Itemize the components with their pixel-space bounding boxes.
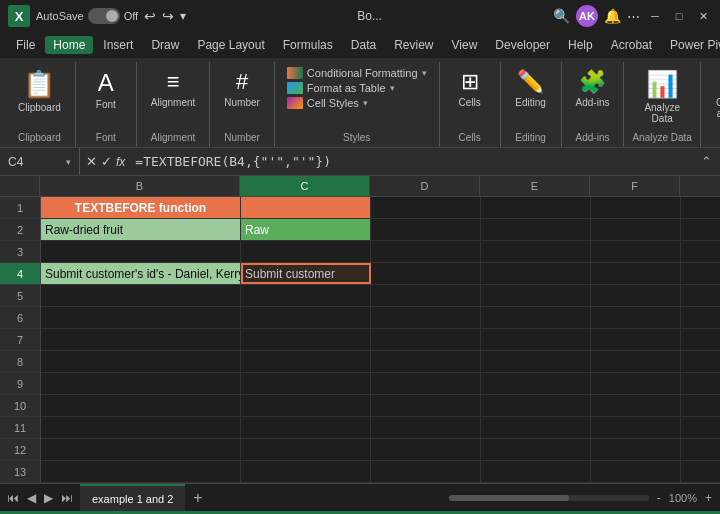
cell-b8[interactable]: [41, 351, 241, 372]
cell-b4[interactable]: Submit customer's id's - Daniel, Kerry: [41, 263, 241, 284]
row-header-1[interactable]: 1: [0, 197, 40, 219]
cell-f2[interactable]: [591, 219, 681, 240]
menu-file[interactable]: File: [8, 36, 43, 54]
cell-e4[interactable]: [481, 263, 591, 284]
menu-acrobat[interactable]: Acrobat: [603, 36, 660, 54]
menu-developer[interactable]: Developer: [487, 36, 558, 54]
zoom-out-icon[interactable]: -: [657, 491, 661, 505]
row-header-5[interactable]: 5: [0, 285, 40, 307]
cell-f5[interactable]: [591, 285, 681, 306]
row-header-12[interactable]: 12: [0, 439, 40, 461]
cell-c4[interactable]: Submit customer: [241, 263, 371, 284]
menu-insert[interactable]: Insert: [95, 36, 141, 54]
cell-c13[interactable]: [241, 461, 371, 482]
cell-c3[interactable]: [241, 241, 371, 262]
cell-d4[interactable]: [371, 263, 481, 284]
sheet-tab-example[interactable]: example 1 and 2: [80, 484, 185, 511]
cell-c9[interactable]: [241, 373, 371, 394]
cell-e2[interactable]: [481, 219, 591, 240]
cell-f7[interactable]: [591, 329, 681, 350]
font-button[interactable]: A Font: [84, 66, 128, 113]
menu-home[interactable]: Home: [45, 36, 93, 54]
cell-d6[interactable]: [371, 307, 481, 328]
menu-view[interactable]: View: [444, 36, 486, 54]
cell-f8[interactable]: [591, 351, 681, 372]
row-header-7[interactable]: 7: [0, 329, 40, 351]
cell-f12[interactable]: [591, 439, 681, 460]
zoom-in-icon[interactable]: +: [705, 491, 712, 505]
cell-b2[interactable]: Raw-dried fruit: [41, 219, 241, 240]
menu-data[interactable]: Data: [343, 36, 384, 54]
row-header-4[interactable]: 4: [0, 263, 40, 285]
cell-c2[interactable]: Raw: [241, 219, 371, 240]
search-icon[interactable]: 🔍: [553, 8, 570, 24]
cell-c7[interactable]: [241, 329, 371, 350]
more-options-icon[interactable]: ⋯: [627, 9, 640, 24]
menu-help[interactable]: Help: [560, 36, 601, 54]
cell-d5[interactable]: [371, 285, 481, 306]
cell-ref-dropdown[interactable]: ▾: [66, 157, 71, 167]
notification-icon[interactable]: 🔔: [604, 8, 621, 24]
cell-d10[interactable]: [371, 395, 481, 416]
cell-e12[interactable]: [481, 439, 591, 460]
sheet-nav-next[interactable]: ▶: [41, 491, 56, 505]
cell-styles-button[interactable]: Cell Styles ▾: [283, 96, 431, 110]
cell-d9[interactable]: [371, 373, 481, 394]
cell-f11[interactable]: [591, 417, 681, 438]
cell-e10[interactable]: [481, 395, 591, 416]
cell-e9[interactable]: [481, 373, 591, 394]
formula-confirm-icon[interactable]: ✓: [101, 154, 112, 169]
cell-e7[interactable]: [481, 329, 591, 350]
scrollbar-thumb[interactable]: [449, 495, 569, 501]
row-header-13[interactable]: 13: [0, 461, 40, 483]
menu-formulas[interactable]: Formulas: [275, 36, 341, 54]
cell-f6[interactable]: [591, 307, 681, 328]
cells-button[interactable]: ⊞ Cells: [448, 66, 492, 111]
menu-review[interactable]: Review: [386, 36, 441, 54]
addins-button[interactable]: 🧩 Add-ins: [570, 66, 616, 111]
cell-e13[interactable]: [481, 461, 591, 482]
col-header-e[interactable]: E: [480, 176, 590, 196]
menu-power-pivot[interactable]: Power Pivot: [662, 36, 720, 54]
alignment-button[interactable]: ≡ Alignment: [145, 66, 201, 111]
format-as-table-button[interactable]: Format as Table ▾: [283, 81, 431, 95]
cell-d3[interactable]: [371, 241, 481, 262]
cell-d11[interactable]: [371, 417, 481, 438]
create-pdf-button[interactable]: 📄 Createa PDF: [709, 66, 720, 122]
toolbar-more-icon[interactable]: ▾: [180, 9, 186, 23]
maximize-button[interactable]: □: [670, 7, 688, 25]
cell-b7[interactable]: [41, 329, 241, 350]
cell-c6[interactable]: [241, 307, 371, 328]
row-header-9[interactable]: 9: [0, 373, 40, 395]
cell-b9[interactable]: [41, 373, 241, 394]
cell-b13[interactable]: [41, 461, 241, 482]
col-header-f[interactable]: F: [590, 176, 680, 196]
minimize-button[interactable]: ─: [646, 7, 664, 25]
cell-d2[interactable]: [371, 219, 481, 240]
cell-b1[interactable]: TEXTBEFORE function: [41, 197, 241, 218]
cell-d12[interactable]: [371, 439, 481, 460]
cell-e11[interactable]: [481, 417, 591, 438]
horizontal-scrollbar[interactable]: [449, 495, 649, 501]
formula-cancel-icon[interactable]: ✕: [86, 154, 97, 169]
conditional-formatting-button[interactable]: Conditional Formatting ▾: [283, 66, 431, 80]
cell-b11[interactable]: [41, 417, 241, 438]
cell-d7[interactable]: [371, 329, 481, 350]
row-header-3[interactable]: 3: [0, 241, 40, 263]
cell-f1[interactable]: [591, 197, 681, 218]
row-header-10[interactable]: 10: [0, 395, 40, 417]
cell-e1[interactable]: [481, 197, 591, 218]
cell-c8[interactable]: [241, 351, 371, 372]
cell-reference[interactable]: C4 ▾: [0, 148, 80, 175]
col-header-c[interactable]: C: [240, 176, 370, 196]
menu-page-layout[interactable]: Page Layout: [189, 36, 272, 54]
analyze-button[interactable]: 📊 AnalyzeData: [638, 66, 686, 127]
cell-b12[interactable]: [41, 439, 241, 460]
cell-d8[interactable]: [371, 351, 481, 372]
col-header-b[interactable]: B: [40, 176, 240, 196]
toolbar-undo-icon[interactable]: ↩: [144, 8, 156, 24]
cell-e5[interactable]: [481, 285, 591, 306]
autosave-toggle[interactable]: [88, 8, 120, 24]
cell-c5[interactable]: [241, 285, 371, 306]
row-header-6[interactable]: 6: [0, 307, 40, 329]
